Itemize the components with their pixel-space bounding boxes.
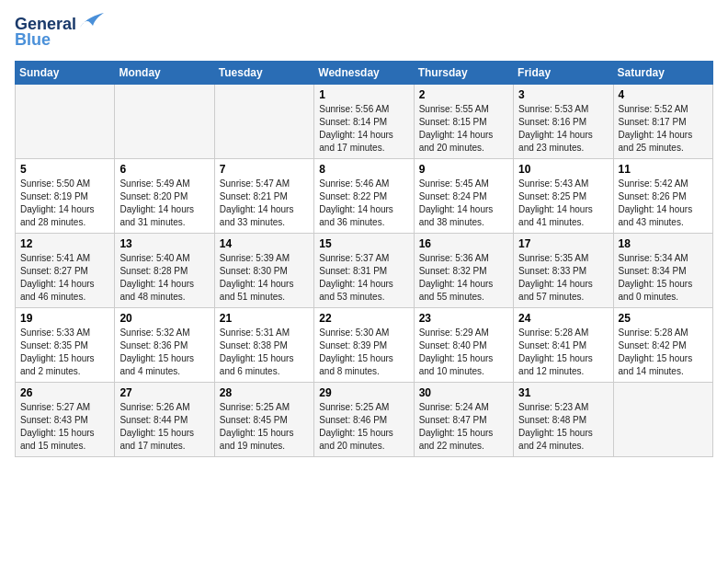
calendar-cell: 19Sunrise: 5:33 AM Sunset: 8:35 PM Dayli… [16,308,115,383]
day-number: 16 [419,237,508,250]
day-info: Sunrise: 5:41 AM Sunset: 8:27 PM Dayligh… [20,252,109,304]
calendar-cell: 3Sunrise: 5:53 AM Sunset: 8:16 PM Daylig… [514,85,613,159]
day-info: Sunrise: 5:53 AM Sunset: 8:16 PM Dayligh… [518,103,608,155]
day-info: Sunrise: 5:47 AM Sunset: 8:21 PM Dayligh… [220,178,309,229]
day-info: Sunrise: 5:50 AM Sunset: 8:19 PM Dayligh… [20,178,109,229]
header-day-monday: Monday [115,62,214,85]
calendar-cell: 5Sunrise: 5:50 AM Sunset: 8:19 PM Daylig… [16,159,115,234]
day-number: 13 [119,237,209,250]
header-day-saturday: Saturday [613,62,712,85]
day-number: 23 [419,312,508,325]
day-number: 14 [220,237,309,250]
calendar-cell: 24Sunrise: 5:28 AM Sunset: 8:41 PM Dayli… [514,308,613,383]
calendar-cell: 11Sunrise: 5:42 AM Sunset: 8:26 PM Dayli… [613,159,712,234]
calendar-cell: 10Sunrise: 5:43 AM Sunset: 8:25 PM Dayli… [514,159,613,234]
calendar-cell: 25Sunrise: 5:28 AM Sunset: 8:42 PM Dayli… [613,308,712,383]
calendar-cell: 14Sunrise: 5:39 AM Sunset: 8:30 PM Dayli… [214,234,313,308]
calendar-cell: 6Sunrise: 5:49 AM Sunset: 8:20 PM Daylig… [115,159,214,234]
day-info: Sunrise: 5:35 AM Sunset: 8:33 PM Dayligh… [518,252,608,304]
day-info: Sunrise: 5:34 AM Sunset: 8:34 PM Dayligh… [619,252,708,304]
day-info: Sunrise: 5:25 AM Sunset: 8:46 PM Dayligh… [319,401,408,453]
day-info: Sunrise: 5:56 AM Sunset: 8:14 PM Dayligh… [319,103,408,155]
day-number: 17 [518,237,608,250]
day-number: 10 [518,163,608,176]
calendar-cell: 4Sunrise: 5:52 AM Sunset: 8:17 PM Daylig… [613,85,712,159]
day-info: Sunrise: 5:32 AM Sunset: 8:36 PM Dayligh… [119,327,209,378]
calendar-cell [16,85,115,159]
calendar-cell: 18Sunrise: 5:34 AM Sunset: 8:34 PM Dayli… [613,234,712,308]
day-number: 25 [619,312,708,325]
day-number: 28 [220,386,309,399]
header-row: SundayMondayTuesdayWednesdayThursdayFrid… [16,62,713,85]
day-info: Sunrise: 5:31 AM Sunset: 8:38 PM Dayligh… [220,327,309,378]
day-info: Sunrise: 5:49 AM Sunset: 8:20 PM Dayligh… [119,178,209,229]
calendar-cell: 12Sunrise: 5:41 AM Sunset: 8:27 PM Dayli… [16,234,115,308]
calendar-cell: 28Sunrise: 5:25 AM Sunset: 8:45 PM Dayli… [214,383,313,457]
day-info: Sunrise: 5:23 AM Sunset: 8:48 PM Dayligh… [518,401,608,453]
day-number: 11 [619,163,708,176]
calendar-cell: 16Sunrise: 5:36 AM Sunset: 8:32 PM Dayli… [414,234,513,308]
calendar-cell: 29Sunrise: 5:25 AM Sunset: 8:46 PM Dayli… [314,383,414,457]
day-info: Sunrise: 5:55 AM Sunset: 8:15 PM Dayligh… [419,103,508,155]
logo-bird-icon [78,11,106,31]
calendar-cell: 1Sunrise: 5:56 AM Sunset: 8:14 PM Daylig… [314,85,414,159]
logo-text-block: General Blue [15,15,106,50]
calendar-cell [115,85,214,159]
calendar-cell: 22Sunrise: 5:30 AM Sunset: 8:39 PM Dayli… [314,308,414,383]
calendar-cell: 26Sunrise: 5:27 AM Sunset: 8:43 PM Dayli… [16,383,115,457]
day-info: Sunrise: 5:30 AM Sunset: 8:39 PM Dayligh… [319,327,408,378]
day-info: Sunrise: 5:43 AM Sunset: 8:25 PM Dayligh… [518,178,608,229]
day-number: 9 [419,163,508,176]
day-number: 19 [20,312,109,325]
calendar-cell [613,383,712,457]
day-number: 31 [518,386,608,399]
day-info: Sunrise: 5:36 AM Sunset: 8:32 PM Dayligh… [419,252,508,304]
week-row-4: 19Sunrise: 5:33 AM Sunset: 8:35 PM Dayli… [16,308,713,383]
day-info: Sunrise: 5:28 AM Sunset: 8:41 PM Dayligh… [518,327,608,378]
calendar-cell: 9Sunrise: 5:45 AM Sunset: 8:24 PM Daylig… [414,159,513,234]
logo: General Blue [15,15,106,50]
day-number: 6 [119,163,209,176]
page-header: General Blue [15,15,713,50]
day-number: 8 [319,163,408,176]
day-info: Sunrise: 5:40 AM Sunset: 8:28 PM Dayligh… [119,252,209,304]
calendar-cell [214,85,313,159]
header-day-friday: Friday [514,62,613,85]
day-info: Sunrise: 5:27 AM Sunset: 8:43 PM Dayligh… [20,401,109,453]
calendar-cell: 30Sunrise: 5:24 AM Sunset: 8:47 PM Dayli… [414,383,513,457]
day-number: 4 [619,88,708,101]
week-row-3: 12Sunrise: 5:41 AM Sunset: 8:27 PM Dayli… [16,234,713,308]
day-number: 30 [419,386,508,399]
day-number: 22 [319,312,408,325]
day-number: 1 [319,88,408,101]
calendar-cell: 21Sunrise: 5:31 AM Sunset: 8:38 PM Dayli… [214,308,313,383]
day-number: 18 [619,237,708,250]
calendar-cell: 8Sunrise: 5:46 AM Sunset: 8:22 PM Daylig… [314,159,414,234]
week-row-2: 5Sunrise: 5:50 AM Sunset: 8:19 PM Daylig… [16,159,713,234]
day-number: 3 [518,88,608,101]
calendar-cell: 2Sunrise: 5:55 AM Sunset: 8:15 PM Daylig… [414,85,513,159]
calendar-cell: 13Sunrise: 5:40 AM Sunset: 8:28 PM Dayli… [115,234,214,308]
calendar-cell: 15Sunrise: 5:37 AM Sunset: 8:31 PM Dayli… [314,234,414,308]
day-number: 2 [419,88,508,101]
calendar-cell: 17Sunrise: 5:35 AM Sunset: 8:33 PM Dayli… [514,234,613,308]
day-number: 24 [518,312,608,325]
header-day-tuesday: Tuesday [214,62,313,85]
day-number: 12 [20,237,109,250]
day-number: 21 [220,312,309,325]
header-day-thursday: Thursday [414,62,513,85]
day-number: 5 [20,163,109,176]
calendar-cell: 7Sunrise: 5:47 AM Sunset: 8:21 PM Daylig… [214,159,313,234]
day-info: Sunrise: 5:24 AM Sunset: 8:47 PM Dayligh… [419,401,508,453]
day-info: Sunrise: 5:33 AM Sunset: 8:35 PM Dayligh… [20,327,109,378]
calendar-table: SundayMondayTuesdayWednesdayThursdayFrid… [15,61,713,457]
day-info: Sunrise: 5:39 AM Sunset: 8:30 PM Dayligh… [220,252,309,304]
day-info: Sunrise: 5:52 AM Sunset: 8:17 PM Dayligh… [619,103,708,155]
day-number: 29 [319,386,408,399]
day-info: Sunrise: 5:37 AM Sunset: 8:31 PM Dayligh… [319,252,408,304]
calendar-cell: 31Sunrise: 5:23 AM Sunset: 8:48 PM Dayli… [514,383,613,457]
day-info: Sunrise: 5:29 AM Sunset: 8:40 PM Dayligh… [419,327,508,378]
day-number: 26 [20,386,109,399]
day-number: 27 [119,386,209,399]
day-number: 15 [319,237,408,250]
